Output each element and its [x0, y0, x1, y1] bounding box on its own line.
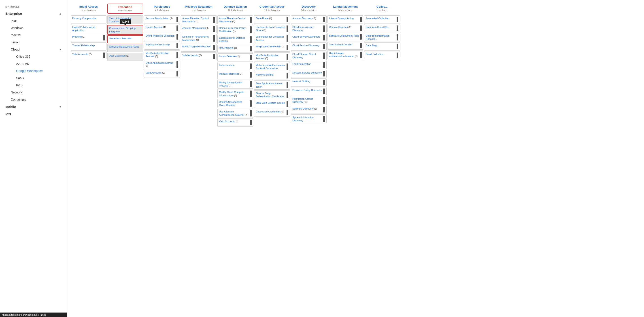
table-row[interactable]: Multi-Factor Authentication Request Gene…: [254, 62, 290, 71]
table-row[interactable]: Modify Authentication Process (3): [254, 52, 290, 61]
drag-handle-icon[interactable]: [323, 116, 325, 122]
table-row[interactable]: Software Deployment Tools: [328, 33, 363, 41]
table-row[interactable]: Modify Authentication Process (3): [218, 80, 253, 89]
table-row[interactable]: Forge Web Credentials (2): [254, 44, 290, 52]
table-row[interactable]: Modify Cloud Compute Infrastructure (5): [218, 89, 253, 98]
drag-handle-icon[interactable]: [286, 17, 288, 22]
table-row[interactable]: Data Stagi...: [364, 42, 400, 50]
table-row[interactable]: Trusted Relationship: [71, 42, 106, 50]
drag-handle-icon[interactable]: [250, 63, 252, 69]
table-row[interactable]: Software Discovery (1): [291, 106, 326, 114]
table-row[interactable]: Unsecured Credentials (3): [254, 109, 290, 117]
table-row[interactable]: Drive-by Compromise: [71, 15, 106, 23]
table-row[interactable]: Impersonation: [218, 62, 253, 70]
table-row[interactable]: Account Discovery (2): [291, 15, 326, 23]
drag-handle-icon[interactable]: [396, 25, 398, 31]
table-row[interactable]: Network Service Discovery: [291, 70, 326, 78]
drag-handle-icon[interactable]: [176, 61, 178, 68]
col-header-persistence[interactable]: Persistence7 techniques: [144, 3, 180, 14]
sidebar-item-macos[interactable]: macOS: [0, 31, 67, 39]
drag-handle-icon[interactable]: [213, 26, 215, 32]
drag-handle-icon[interactable]: [323, 44, 325, 49]
table-row[interactable]: Account Manipulation (5): [181, 25, 216, 33]
sidebar-item-office365[interactable]: Office 365: [0, 53, 67, 60]
col-header-execution[interactable]: Execution5 techniques: [107, 3, 143, 14]
drag-handle-icon[interactable]: [323, 107, 325, 112]
sidebar-item-saas[interactable]: SaaS: [0, 74, 67, 82]
drag-handle-icon[interactable]: [323, 80, 325, 85]
drag-handle-icon[interactable]: [286, 63, 288, 70]
table-row[interactable]: Steal Application Access Token: [254, 80, 290, 90]
table-row[interactable]: Data from Information Reposito...: [364, 33, 400, 42]
table-row[interactable]: Domain or Tenant Policy Modification (1): [181, 34, 216, 43]
table-row[interactable]: Serverless Execution: [107, 35, 143, 43]
table-row[interactable]: Modify Authentication Process (3): [144, 50, 180, 59]
sidebar-item-enterprise[interactable]: Enterprise▲: [0, 10, 67, 17]
table-row[interactable]: Network Sniffing: [291, 78, 326, 86]
drag-handle-icon[interactable]: [286, 92, 288, 98]
sidebar-item-iaas[interactable]: IaaS: [0, 82, 67, 89]
table-row[interactable]: Remote Services (2): [328, 24, 363, 32]
drag-handle-icon[interactable]: [286, 35, 288, 41]
drag-handle-icon[interactable]: [323, 97, 325, 104]
drag-handle-icon[interactable]: [360, 34, 362, 39]
table-row[interactable]: T1648Command and Scripting Interpreter: [107, 25, 143, 35]
drag-handle-icon[interactable]: [286, 54, 288, 60]
table-row[interactable]: Brute Force (4): [254, 15, 290, 23]
table-row[interactable]: System Information Discovery: [291, 114, 326, 124]
table-row[interactable]: Account Manipulation (5): [144, 15, 180, 23]
drag-handle-icon[interactable]: [323, 35, 325, 40]
drag-handle-icon[interactable]: [250, 81, 252, 87]
table-row[interactable]: Automated Collection: [364, 15, 400, 23]
drag-handle-icon[interactable]: [360, 25, 362, 31]
sidebar-item-windows[interactable]: Windows: [0, 24, 67, 31]
table-row[interactable]: Exploitation for Defense Evasion: [218, 35, 253, 44]
drag-handle-icon[interactable]: [286, 82, 288, 88]
table-row[interactable]: Abuse Elevation Control Mechanism (1): [218, 15, 253, 24]
drag-handle-icon[interactable]: [250, 36, 252, 43]
drag-handle-icon[interactable]: [360, 17, 362, 22]
drag-handle-icon[interactable]: [176, 71, 178, 76]
drag-handle-icon[interactable]: [176, 52, 178, 58]
table-row[interactable]: Cloud Service Discovery: [291, 42, 326, 50]
table-row[interactable]: Event Triggered Execution: [144, 33, 180, 41]
table-row[interactable]: Log Enumeration: [291, 61, 326, 69]
table-row[interactable]: Impair Defenses (3): [218, 53, 253, 61]
table-row[interactable]: Unused/Unsupported Cloud Regions: [218, 99, 253, 108]
col-header-lateral-movement[interactable]: Lateral Movement5 techniques: [328, 3, 363, 14]
drag-handle-icon[interactable]: [286, 101, 288, 107]
table-row[interactable]: Network Sniffing: [254, 72, 290, 80]
table-row[interactable]: Exploitation for Credential Access: [254, 34, 290, 43]
drag-handle-icon[interactable]: [103, 35, 105, 40]
drag-handle-icon[interactable]: [176, 34, 178, 39]
drag-handle-icon[interactable]: [103, 52, 105, 58]
table-row[interactable]: Internal Spearphishing: [328, 15, 363, 23]
drag-handle-icon[interactable]: [286, 45, 288, 50]
sidebar-item-pre[interactable]: PRE: [0, 17, 67, 24]
table-row[interactable]: Valid Accounts (2): [181, 52, 216, 60]
sidebar-item-network[interactable]: Network: [0, 89, 67, 96]
drag-handle-icon[interactable]: [250, 110, 252, 116]
table-row[interactable]: Domain or Tenant Policy Modification (1): [218, 25, 253, 34]
drag-handle-icon[interactable]: [286, 25, 288, 32]
col-header-defense-evasion[interactable]: Defense Evasion12 techniques: [218, 3, 253, 14]
drag-handle-icon[interactable]: [323, 88, 325, 94]
sidebar-item-containers[interactable]: Containers: [0, 96, 67, 103]
drag-handle-icon[interactable]: [286, 73, 288, 78]
drag-handle-icon[interactable]: [213, 17, 215, 23]
table-row[interactable]: Permission Groups Discovery (1): [291, 96, 326, 105]
drag-handle-icon[interactable]: [323, 25, 325, 32]
table-row[interactable]: Valid Accounts (2): [144, 70, 180, 78]
sidebar-item-ics[interactable]: ICS: [0, 110, 67, 118]
table-row[interactable]: Event Triggered Execution: [181, 44, 216, 52]
sidebar-item-azuread[interactable]: Azure AD: [0, 60, 67, 67]
col-header-discovery[interactable]: Discovery14 techniques: [291, 3, 326, 14]
drag-handle-icon[interactable]: [286, 110, 288, 115]
drag-handle-icon[interactable]: [176, 17, 178, 22]
table-row[interactable]: Credentials from Password Stores (1): [254, 24, 290, 33]
table-row[interactable]: User Execution (1): [107, 53, 143, 61]
table-row[interactable]: Office Application Startup (6): [144, 60, 180, 69]
table-row[interactable]: Software Deployment Tools: [107, 44, 143, 52]
drag-handle-icon[interactable]: [396, 44, 398, 49]
table-row[interactable]: Cloud Infrastructure Discovery: [291, 24, 326, 33]
